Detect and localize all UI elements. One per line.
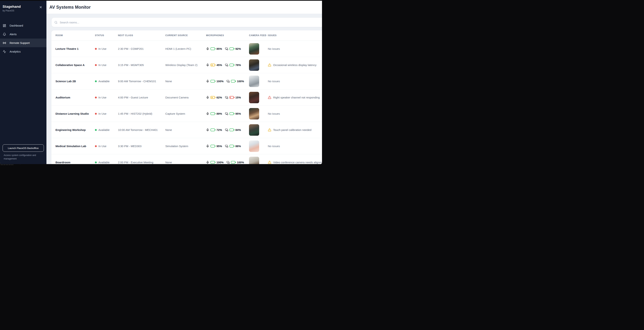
microphone-icon [206, 128, 209, 132]
close-sidebar-icon[interactable] [39, 6, 42, 9]
mic-battery-icon [210, 112, 215, 115]
app-logo-title: Stagehand [2, 4, 44, 9]
table-row[interactable]: Boardroom Available 2:00 PM - Executive … [52, 154, 322, 164]
dashboard-grid-icon [3, 24, 6, 27]
display-battery-percent: 15% [235, 96, 241, 99]
microphone-icon [206, 96, 209, 99]
table-row[interactable]: Auditorium In Use 4:00 PM - Guest Lectur… [52, 90, 322, 106]
column-header-current-source: Current Source [165, 34, 206, 37]
table-row[interactable]: Lecture Theatre 1 In Use 2:30 PM - COMP2… [52, 41, 322, 57]
display-battery-percent: 84% [235, 128, 241, 132]
mic-battery-icon [210, 80, 215, 82]
mic-battery-icon [210, 64, 215, 66]
room-status: Available [95, 161, 118, 164]
status-dot [95, 64, 97, 66]
table-row[interactable]: Collaborative Space A In Use 3:15 PM - M… [52, 57, 322, 73]
camera-feed-thumbnail-medical-sim-feed[interactable] [249, 140, 259, 152]
page-title: AV Systems Monitor [50, 5, 91, 10]
sidebar-header: Stagehand by PlaceOS [0, 1, 46, 12]
issue-cell: Right speaker channel not responding [268, 96, 322, 99]
sidebar-item-remote-support[interactable]: Remote Support [0, 38, 46, 47]
display-battery-icon [230, 128, 234, 131]
table-row[interactable]: Distance Learning Studio In Use 1:45 PM … [52, 106, 322, 122]
status-label: In Use [98, 144, 106, 148]
room-status: In Use [95, 144, 118, 148]
device-levels: 85% 92% [206, 47, 249, 50]
warning-triangle-icon [268, 96, 271, 99]
mic-battery-percent: 100% [216, 80, 224, 83]
device-levels: 72% 84% [206, 128, 249, 132]
microphone-icon [206, 144, 209, 148]
display-icon [225, 47, 228, 50]
sidebar-item-analytics[interactable]: Analytics [0, 47, 46, 56]
warning-triangle-icon [268, 63, 271, 67]
device-levels: 95% 88% [206, 144, 249, 148]
launch-backoffice-button[interactable]: Launch PlaceOS Backoffice [2, 144, 44, 152]
status-label: In Use [98, 96, 106, 99]
microphone-icon [206, 112, 209, 115]
mic-battery-icon [210, 96, 215, 99]
column-header-room: Room [56, 34, 95, 37]
content: Room Status Next Class Current Source Mi… [46, 14, 322, 164]
room-name: Auditorium [56, 96, 95, 99]
column-header-issues: Issues [268, 34, 322, 37]
mic-battery-percent: 62% [216, 96, 222, 99]
app-logo-subtitle: by PlaceOS [2, 10, 44, 12]
device-levels: 62% 15% [206, 96, 249, 99]
issue-cell: No issues [268, 144, 322, 148]
issue-text: No issues [268, 112, 280, 115]
next-class: 2:30 PM - COMP201 [118, 47, 165, 50]
table-row[interactable]: Engineering Workshop Available 10:00 AM … [52, 122, 322, 138]
table-header-row: Room Status Next Class Current Source Mi… [52, 30, 322, 41]
display-battery-percent: 100% [237, 80, 244, 83]
room-status: In Use [95, 96, 118, 99]
room-name: Medical Simulation Lab [56, 144, 95, 148]
current-source: Capture System [165, 112, 206, 115]
camera-feed-thumbnail-boardroom-feed[interactable] [249, 157, 259, 164]
sidebar-item-alerts[interactable]: Alerts [0, 30, 46, 38]
issue-text: Touch panel calibration needed [273, 128, 312, 132]
status-label: In Use [98, 64, 106, 66]
display-battery-percent: 78% [235, 64, 241, 66]
display-icon [225, 96, 228, 99]
current-source: HDMI 1 (Lectern PC) [165, 47, 206, 50]
next-class: 9:00 AM Tomorrow - CHEM101 [118, 80, 165, 83]
status-dot [95, 162, 97, 163]
display-battery-icon [230, 112, 234, 115]
next-class: 3:15 PM - MGMT305 [118, 64, 165, 66]
room-status: In Use [95, 47, 118, 50]
status-label: In Use [98, 112, 106, 115]
issue-text: No issues [268, 47, 280, 50]
room-name: Collaborative Space A [56, 64, 95, 66]
warning-triangle-icon [268, 160, 271, 164]
taskbar-strip [0, 164, 322, 165]
status-label: Available [98, 161, 110, 164]
camera-feed-thumbnail-workshop-feed[interactable] [249, 124, 259, 136]
sidebar-item-dashboard[interactable]: Dashboard [0, 21, 46, 30]
room-name: Science Lab 2B [56, 80, 95, 83]
issue-cell: No issues [268, 112, 322, 115]
search-input[interactable] [59, 21, 322, 24]
mic-battery-percent: 95% [216, 144, 222, 148]
table-row[interactable]: Science Lab 2B Available 9:00 AM Tomorro… [52, 73, 322, 90]
camera-feed-thumbnail-auditorium-feed[interactable] [249, 92, 259, 103]
room-status: In Use [95, 112, 118, 115]
mic-battery-icon [210, 128, 215, 131]
broadcast-icon [3, 41, 6, 44]
room-status: Available [95, 80, 118, 83]
table-row[interactable]: Medical Simulation Lab In Use 3:30 PM - … [52, 138, 322, 154]
mic-battery-icon [210, 161, 215, 164]
sidebar-item-label: Dashboard [10, 24, 23, 27]
camera-feed-thumbnail-learning-studio-feed[interactable] [249, 108, 259, 120]
camera-feed-thumbnail-classroom-feed[interactable] [249, 43, 259, 54]
display-icon [225, 144, 228, 148]
status-label: Available [98, 80, 110, 83]
camera-feed-thumbnail-science-lab-feed[interactable] [249, 76, 259, 87]
display-battery-percent: 92% [235, 47, 241, 50]
warning-triangle-icon [268, 128, 271, 132]
device-levels: 100% 100% [206, 161, 249, 164]
camera-feed-thumbnail-collaborative-space-feed[interactable] [249, 59, 259, 71]
mic-battery-percent: 89% [216, 112, 222, 115]
status-dot [95, 96, 97, 98]
app-window: Stagehand by PlaceOS Dashboard Alerts Re… [0, 1, 322, 164]
